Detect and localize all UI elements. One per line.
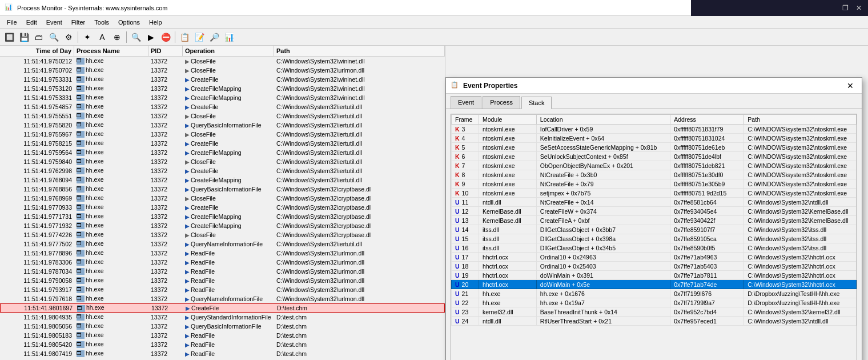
- table-row[interactable]: 11:51:41.9755551 🗔hh.exe 13372 ▶CloseFil…: [0, 111, 445, 121]
- toolbar-btn-5[interactable]: ⚙: [62, 30, 75, 44]
- cell-location: doWinMain + 0x391: [536, 271, 670, 280]
- table-row[interactable]: 11:51:41.9750212 🗔hh.exe 13372 ▶CloseFil…: [0, 57, 445, 66]
- toolbar-btn-8[interactable]: ⊕: [110, 30, 124, 44]
- stack-row[interactable]: U11 ntdll.dll NtCreateFile + 0x14 0x7ffe…: [452, 198, 857, 207]
- table-row[interactable]: 11:51:41.9774226 🗔hh.exe 13372 ▶CloseFil…: [0, 230, 445, 239]
- stack-row[interactable]: K5 ntoskrnl.exe SeSetAccessStateGenericM…: [452, 143, 857, 152]
- stack-row[interactable]: U23 kernel32.dll BaseThreadInitThunk + 0…: [452, 307, 857, 317]
- toolbar-btn-12[interactable]: 📋: [178, 30, 191, 44]
- table-row[interactable]: 11:51:41.9755820 🗔hh.exe 13372 ▶QueryBas…: [0, 121, 445, 130]
- cell-pid: 13372: [148, 295, 183, 303]
- table-row[interactable]: 11:51:41.9750702 🗔hh.exe 13372 ▶CloseFil…: [0, 66, 445, 75]
- table-row[interactable]: 11:51:41.9768969 🗔hh.exe 13372 ▶CloseFil…: [0, 194, 445, 203]
- stack-row[interactable]: K7 ntoskrnl.exe ObOpenObjectByNameEx + 0…: [452, 161, 857, 170]
- table-row[interactable]: 11:51:41.9805183 🗔hh.exe 13372 ▶ReadFile…: [0, 331, 445, 340]
- table-row[interactable]: 11:51:41.9790058 🗔hh.exe 13372 ▶ReadFile…: [0, 276, 445, 285]
- stack-row[interactable]: K3 ntoskrnl.exe IofCallDriver + 0x59 0xf…: [452, 125, 857, 134]
- toolbar-btn-14[interactable]: 🔎: [207, 30, 221, 44]
- cell-operation: ▶ReadFile: [183, 277, 274, 285]
- table-row[interactable]: 11:51:41.9754857 🗔hh.exe 13372 ▶CreateFi…: [0, 102, 445, 111]
- table-row[interactable]: 11:51:41.9770933 🗔hh.exe 13372 ▶CreateFi…: [0, 203, 445, 212]
- table-row[interactable]: 11:51:41.9804935 🗔hh.exe 13372 ▶QuerySta…: [0, 313, 445, 322]
- toolbar-btn-1[interactable]: 🔲: [2, 30, 16, 44]
- table-row[interactable]: 11:51:41.9768094 🗔hh.exe 13372 ▶CreateFi…: [0, 175, 445, 185]
- toolbar-btn-4[interactable]: 🔍: [47, 30, 61, 44]
- col-module: Module: [479, 115, 536, 125]
- table-row[interactable]: 11:51:41.9753331 🗔hh.exe 13372 ▶CreateFi…: [0, 93, 445, 102]
- cell-path: C:\Windows\System32\iertutil.dll: [274, 167, 445, 175]
- menu-item-tools[interactable]: Tools: [90, 18, 114, 27]
- stack-row[interactable]: U20 hhctrl.ocx doWinMain + 0x5e 0x7ffe71…: [452, 280, 857, 289]
- stack-row[interactable]: U16 itss.dll DllGetClassObject + 0x34b5 …: [452, 243, 857, 253]
- toolbar-btn-9[interactable]: 🔍: [129, 30, 143, 44]
- table-row[interactable]: 11:51:41.9805420 🗔hh.exe 13372 ▶ReadFile…: [0, 340, 445, 349]
- secondary-close-button[interactable]: ✕: [852, 2, 866, 14]
- col-header-process[interactable]: Process Name: [74, 46, 148, 56]
- table-row[interactable]: 11:51:41.9762998 🗔hh.exe 13372 ▶CreateFi…: [0, 166, 445, 175]
- menu-item-help[interactable]: Help: [144, 18, 167, 27]
- tab-stack[interactable]: Stack: [521, 97, 552, 109]
- stack-row[interactable]: K8 ntoskrnl.exe NtCreateFile + 0x3b0 0xf…: [452, 170, 857, 179]
- stack-row[interactable]: U22 hh.exe hh.exe + 0x19a7 0x7ff71799l9a…: [452, 298, 857, 307]
- menu-item-edit[interactable]: Edit: [22, 18, 42, 27]
- table-row[interactable]: 11:51:41.9801697 🗔hh.exe 13372 ▶CreateFi…: [0, 303, 445, 313]
- stack-row[interactable]: K4 ntoskrnl.exe KeInitializeEvent + 0x64…: [452, 134, 857, 143]
- col-header-pid[interactable]: PID: [148, 46, 183, 56]
- stack-row[interactable]: K9 ntoskrnl.exe NtCreateFile + 0x79 0xff…: [452, 179, 857, 189]
- table-row[interactable]: 11:51:41.9768856 🗔hh.exe 13372 ▶QueryBas…: [0, 185, 445, 194]
- col-header-path[interactable]: Path: [274, 46, 445, 56]
- stack-row[interactable]: U24 ntdll.dll RtlUserThreadStart + 0x21 …: [452, 317, 857, 326]
- toolbar-btn-6[interactable]: ✦: [81, 30, 94, 44]
- dialog-close-button[interactable]: ✕: [843, 80, 857, 91]
- table-row[interactable]: 11:51:41.9807419 🗔hh.exe 13372 ▶ReadFile…: [0, 349, 445, 357]
- stack-row[interactable]: U21 hh.exe hh.exe + 0x1676 0x7ff7199l676…: [452, 289, 857, 298]
- stack-row[interactable]: U18 hhctrl.ocx Ordinal10 + 0x25403 0x7ff…: [452, 262, 857, 271]
- toolbar-btn-2[interactable]: 💾: [17, 30, 31, 44]
- tab-process[interactable]: Process: [483, 96, 520, 109]
- col-header-time[interactable]: Time of Day: [0, 46, 74, 56]
- table-row[interactable]: 11:51:41.9783306 🗔hh.exe 13372 ▶ReadFile…: [0, 258, 445, 267]
- stack-row[interactable]: U13 KernelBase.dll CreateFileA + 0xbf 0x…: [452, 216, 857, 225]
- stack-row[interactable]: U15 itss.dll DllGetClassObject + 0x398a …: [452, 234, 857, 243]
- table-row[interactable]: 11:51:41.9753331 🗔hh.exe 13372 ▶CreateFi…: [0, 75, 445, 84]
- cell-address: 0xfffff80751de61eb: [670, 143, 744, 152]
- table-row[interactable]: 11:51:41.9759840 🗔hh.exe 13372 ▶CloseFil…: [0, 157, 445, 166]
- table-row[interactable]: 11:51:41.9777502 🗔hh.exe 13372 ▶QueryNam…: [0, 239, 445, 249]
- stack-row[interactable]: U12 KernelBase.dll CreateFileW + 0x374 0…: [452, 207, 857, 216]
- cell-module: ntdll.dll: [479, 317, 536, 326]
- toolbar-btn-10[interactable]: ▶: [144, 30, 158, 44]
- menu-item-filter[interactable]: Filter: [67, 18, 90, 27]
- table-row[interactable]: 11:51:41.9753120 🗔hh.exe 13372 ▶CreateFi…: [0, 84, 445, 93]
- col-header-operation[interactable]: Operation: [183, 46, 274, 56]
- stack-row[interactable]: U19 hhctrl.ocx doWinMain + 0x391 0x7ffe7…: [452, 271, 857, 280]
- stack-row[interactable]: U14 itss.dll DllGetClassObject + 0x3bb7 …: [452, 225, 857, 234]
- cell-path: C:\Windows\System32\itss.dll: [744, 225, 857, 234]
- toolbar-btn-7[interactable]: A: [95, 30, 109, 44]
- toolbar-btn-13[interactable]: 📝: [192, 30, 206, 44]
- toolbar-btn-11[interactable]: ⛔: [159, 30, 172, 44]
- cell-address: 0xfffff80751deb821: [670, 161, 744, 170]
- table-row[interactable]: 11:51:41.9771932 🗔hh.exe 13372 ▶CreateFi…: [0, 221, 445, 230]
- table-row[interactable]: 11:51:41.9778896 🗔hh.exe 13372 ▶ReadFile…: [0, 249, 445, 258]
- cell-pid: 13372: [148, 222, 183, 230]
- table-row[interactable]: 11:51:41.9793917 🗔hh.exe 13372 ▶ReadFile…: [0, 285, 445, 294]
- table-row[interactable]: 11:51:41.9771731 🗔hh.exe 13372 ▶CreateFi…: [0, 212, 445, 221]
- stack-row[interactable]: U17 hhctrl.ocx Ordinal10 + 0x24963 0x7ff…: [452, 253, 857, 262]
- tab-event[interactable]: Event: [451, 96, 481, 109]
- event-properties-dialog: 📋 Event Properties ✕ Event Process Stack…: [445, 77, 862, 360]
- secondary-restore-button[interactable]: ❐: [838, 2, 852, 14]
- stack-row[interactable]: K6 ntoskrnl.exe SeUnlockSubjectContext +…: [452, 152, 857, 161]
- table-row[interactable]: 11:51:41.9787034 🗔hh.exe 13372 ▶ReadFile…: [0, 267, 445, 276]
- toolbar-btn-3[interactable]: 🗃: [32, 30, 46, 44]
- toolbar-btn-15[interactable]: 📊: [222, 30, 236, 44]
- menu-item-file[interactable]: File: [2, 18, 22, 27]
- table-row[interactable]: 11:51:41.9758215 🗔hh.exe 13372 ▶CreateFi…: [0, 139, 445, 148]
- table-row[interactable]: 11:51:41.9797618 🗔hh.exe 13372 ▶QueryNam…: [0, 294, 445, 303]
- table-row[interactable]: 11:51:41.9805056 🗔hh.exe 13372 ▶QueryBas…: [0, 322, 445, 331]
- table-row[interactable]: 11:51:41.9759564 🗔hh.exe 13372 ▶CreateFi…: [0, 148, 445, 157]
- cell-operation: ▶CloseFile: [183, 158, 274, 166]
- stack-row[interactable]: K10 ntoskrnl.exe setjmpex + 0x7b75 0xfff…: [452, 189, 857, 198]
- menu-item-event[interactable]: Event: [42, 18, 67, 27]
- menu-item-options[interactable]: Options: [114, 18, 144, 27]
- table-row[interactable]: 11:51:41.9755967 🗔hh.exe 13372 ▶CloseFil…: [0, 130, 445, 139]
